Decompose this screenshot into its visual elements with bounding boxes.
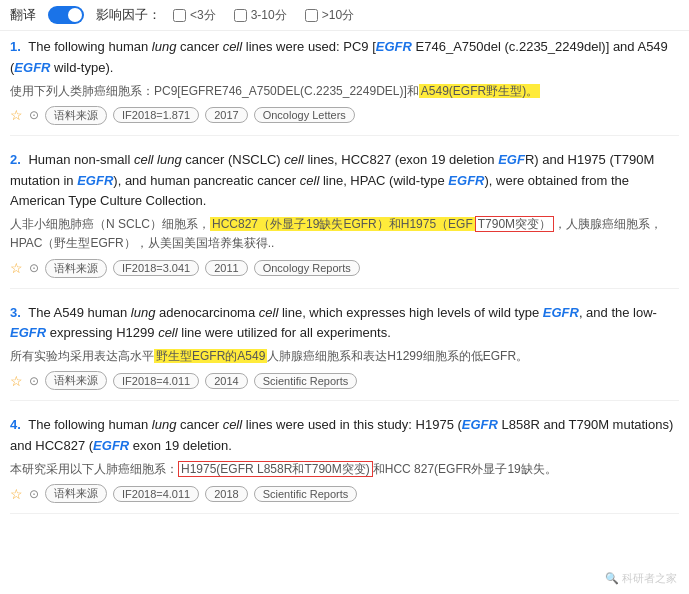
tag-if-4: IF2018=4.011 bbox=[113, 486, 199, 502]
result-3-number: 3. bbox=[10, 305, 21, 320]
egfr-2c: EGFR bbox=[448, 173, 484, 188]
result-1-meta: ☆ ⊙ 语料来源 IF2018=1.871 2017 Oncology Lett… bbox=[10, 106, 679, 125]
filter-3-10[interactable]: 3-10分 bbox=[234, 7, 287, 24]
filter-gt10[interactable]: >10分 bbox=[305, 7, 354, 24]
lung-2: lung bbox=[157, 152, 182, 167]
top-bar: 翻译 影响因子： <3分 3-10分 >10分 bbox=[0, 0, 689, 31]
tag-year-1: 2017 bbox=[205, 107, 247, 123]
result-2-cn: 人非小细胞肺癌（N SCLC）细胞系，HCC827（外显子19缺失EGFR）和H… bbox=[10, 215, 679, 253]
result-2-en: 2. Human non-small cell lung cancer (NSC… bbox=[10, 150, 679, 212]
result-item-4: 4. The following human lung cancer cell … bbox=[10, 415, 679, 514]
tag-year-4: 2018 bbox=[205, 486, 247, 502]
cell-4a: cell bbox=[223, 417, 243, 432]
cell-2a: cell bbox=[134, 152, 154, 167]
lung-3: lung bbox=[131, 305, 156, 320]
tag-if-2: IF2018=3.041 bbox=[113, 260, 199, 276]
results-list: 1. The following human lung cancer cell … bbox=[0, 31, 689, 534]
egfr-4a: EGFR bbox=[462, 417, 498, 432]
highlight-2a: HCC827（外显子19缺失EGFR）和H1975（EGF bbox=[210, 217, 475, 231]
result-item-2: 2. Human non-small cell lung cancer (NSC… bbox=[10, 150, 679, 289]
result-2-number: 2. bbox=[10, 152, 21, 167]
tag-source-3[interactable]: 语料来源 bbox=[45, 371, 107, 390]
highlight-1: A549(EGFR野生型)。 bbox=[419, 84, 540, 98]
result-4-number: 4. bbox=[10, 417, 21, 432]
filter-lt3-label: <3分 bbox=[190, 7, 216, 24]
result-1-number: 1. bbox=[10, 39, 21, 54]
egfr-2b: EGFR bbox=[77, 173, 113, 188]
highlight-3: 野生型EGFR的A549 bbox=[154, 349, 267, 363]
recycle-icon-2[interactable]: ⊙ bbox=[29, 261, 39, 275]
cell-1: cell bbox=[223, 39, 243, 54]
recycle-icon-3[interactable]: ⊙ bbox=[29, 374, 39, 388]
lung-4: lung bbox=[152, 417, 177, 432]
lung-1: lung bbox=[152, 39, 177, 54]
filter-lt3[interactable]: <3分 bbox=[173, 7, 216, 24]
tag-source-1[interactable]: 语料来源 bbox=[45, 106, 107, 125]
tag-if-1: IF2018=1.871 bbox=[113, 107, 199, 123]
recycle-icon-1[interactable]: ⊙ bbox=[29, 108, 39, 122]
highlight-4: H1975(EGFR L858R和T790M突变) bbox=[178, 461, 373, 477]
egfr-2a: EGF bbox=[498, 152, 525, 167]
star-icon-2[interactable]: ☆ bbox=[10, 260, 23, 276]
star-icon-4[interactable]: ☆ bbox=[10, 486, 23, 502]
result-3-meta: ☆ ⊙ 语料来源 IF2018=4.011 2014 Scientific Re… bbox=[10, 371, 679, 390]
translate-toggle[interactable] bbox=[48, 6, 84, 24]
star-icon-1[interactable]: ☆ bbox=[10, 107, 23, 123]
cell-2b: cell bbox=[284, 152, 304, 167]
tag-source-2[interactable]: 语料来源 bbox=[45, 259, 107, 278]
tag-journal-1: Oncology Letters bbox=[254, 107, 355, 123]
egfr-3a: EGFR bbox=[543, 305, 579, 320]
filter-lt3-checkbox[interactable] bbox=[173, 9, 186, 22]
result-2-meta: ☆ ⊙ 语料来源 IF2018=3.041 2011 Oncology Repo… bbox=[10, 259, 679, 278]
result-1-en: 1. The following human lung cancer cell … bbox=[10, 37, 679, 79]
translate-label: 翻译 bbox=[10, 6, 36, 24]
filter-3-10-checkbox[interactable] bbox=[234, 9, 247, 22]
result-4-meta: ☆ ⊙ 语料来源 IF2018=4.011 2018 Scientific Re… bbox=[10, 484, 679, 503]
recycle-icon-4[interactable]: ⊙ bbox=[29, 487, 39, 501]
result-3-en: 3. The A549 human lung adenocarcinoma ce… bbox=[10, 303, 679, 345]
egfr-1b: EGFR bbox=[14, 60, 50, 75]
result-4-cn: 本研究采用以下人肺癌细胞系：H1975(EGFR L858R和T790M突变)和… bbox=[10, 460, 679, 479]
star-icon-3[interactable]: ☆ bbox=[10, 373, 23, 389]
cell-3a: cell bbox=[259, 305, 279, 320]
filter-3-10-label: 3-10分 bbox=[251, 7, 287, 24]
impact-factor-label: 影响因子： bbox=[96, 6, 161, 24]
result-item-1: 1. The following human lung cancer cell … bbox=[10, 37, 679, 136]
watermark: 🔍 科研者之家 bbox=[605, 571, 677, 586]
cell-2c: cell bbox=[300, 173, 320, 188]
tag-if-3: IF2018=4.011 bbox=[113, 373, 199, 389]
tag-source-4[interactable]: 语料来源 bbox=[45, 484, 107, 503]
egfr-4b: EGFR bbox=[93, 438, 129, 453]
egfr-3b: EGFR bbox=[10, 325, 46, 340]
tag-year-3: 2014 bbox=[205, 373, 247, 389]
tag-journal-2: Oncology Reports bbox=[254, 260, 360, 276]
cell-3b: cell bbox=[158, 325, 178, 340]
tag-journal-4: Scientific Reports bbox=[254, 486, 358, 502]
tag-journal-3: Scientific Reports bbox=[254, 373, 358, 389]
tag-year-2: 2011 bbox=[205, 260, 247, 276]
highlight-2b: T790M突变） bbox=[475, 216, 554, 232]
result-4-en: 4. The following human lung cancer cell … bbox=[10, 415, 679, 457]
result-3-cn: 所有实验均采用表达高水平野生型EGFR的A549人肺腺癌细胞系和表达H1299细… bbox=[10, 347, 679, 366]
result-item-3: 3. The A549 human lung adenocarcinoma ce… bbox=[10, 303, 679, 402]
egfr-1a: EGFR bbox=[376, 39, 412, 54]
toggle-knob bbox=[68, 8, 82, 22]
result-1-cn: 使用下列人类肺癌细胞系：PC9[EGFRE746_A750DEL(C.2235_… bbox=[10, 82, 679, 101]
filter-gt10-checkbox[interactable] bbox=[305, 9, 318, 22]
filter-gt10-label: >10分 bbox=[322, 7, 354, 24]
